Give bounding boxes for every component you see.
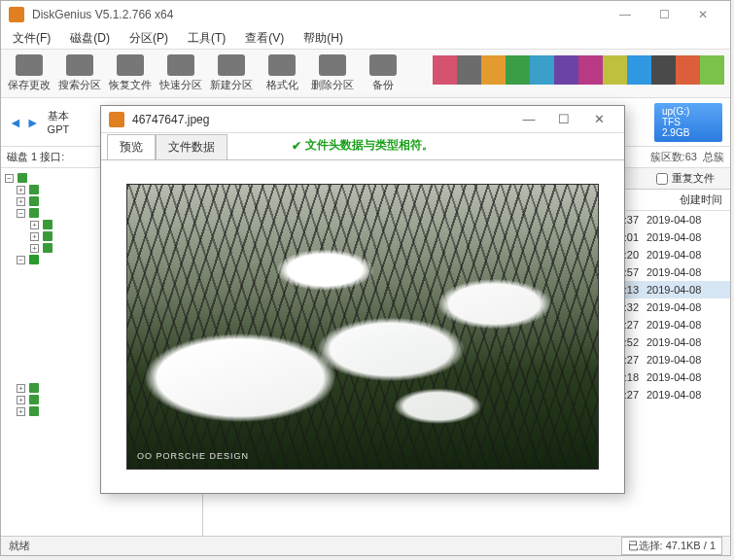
tool-recover[interactable]: 恢复文件 bbox=[108, 54, 153, 92]
tool-newpart[interactable]: 新建分区 bbox=[209, 54, 254, 92]
tab-preview[interactable]: 预览 bbox=[107, 134, 156, 159]
statusbar: 就绪 已选择: 47.1KB / 1 bbox=[1, 536, 730, 555]
preview-note: 文件头数据与类型相符。 bbox=[292, 137, 434, 154]
format-icon bbox=[268, 54, 296, 76]
preview-close-button[interactable]: ✕ bbox=[581, 112, 616, 126]
status-selected: 已选择: 47.1KB / 1 bbox=[621, 537, 722, 555]
partition-box[interactable]: up(G:) TFS 2.9GB bbox=[654, 103, 722, 142]
preview-image: OO PORSCHE DESIGN bbox=[126, 184, 599, 470]
obscured-overlay bbox=[433, 55, 724, 85]
quickpart-icon bbox=[167, 54, 194, 76]
menubar: 文件(F) 磁盘(D) 分区(P) 工具(T) 查看(V) 帮助(H) bbox=[1, 28, 730, 50]
menu-help[interactable]: 帮助(H) bbox=[297, 28, 349, 49]
menu-tools[interactable]: 工具(T) bbox=[182, 28, 231, 49]
preview-titlebar[interactable]: 46747647.jpeg — ☐ ✕ bbox=[101, 106, 624, 133]
dup-checkbox[interactable] bbox=[656, 173, 668, 185]
app-icon bbox=[9, 7, 24, 22]
maximize-button[interactable]: ☐ bbox=[645, 3, 683, 26]
preview-body: OO PORSCHE DESIGN bbox=[101, 160, 624, 493]
tab-filedata[interactable]: 文件数据 bbox=[156, 134, 227, 159]
tool-quickpart[interactable]: 快速分区 bbox=[158, 54, 203, 92]
disk-interface: 磁盘 1 接口: bbox=[1, 150, 70, 164]
toolbar: 保存更改 搜索分区 恢复文件 快速分区 新建分区 格式化 删除分区 备份 bbox=[1, 50, 730, 98]
tool-search[interactable]: 搜索分区 bbox=[57, 54, 102, 92]
col-time[interactable]: 创建时间 bbox=[643, 192, 730, 207]
delete-icon bbox=[319, 54, 346, 76]
preview-window[interactable]: 46747647.jpeg — ☐ ✕ 预览 文件数据 文件头数据与类型相符。 … bbox=[100, 105, 625, 494]
folder-icon bbox=[17, 173, 27, 183]
preview-minimize-button[interactable]: — bbox=[511, 112, 546, 126]
close-button[interactable]: ✕ bbox=[683, 3, 722, 26]
menu-partition[interactable]: 分区(P) bbox=[123, 28, 174, 49]
disk-label: 基本 GPT bbox=[48, 109, 70, 135]
tool-backup[interactable]: 备份 bbox=[361, 54, 405, 92]
col-dup[interactable]: 重复文件 bbox=[672, 171, 730, 186]
preview-tabs: 预览 文件数据 文件头数据与类型相符。 bbox=[101, 133, 624, 160]
status-ready: 就绪 bbox=[9, 539, 30, 553]
watermark-line1: OO PORSCHE DESIGN bbox=[137, 451, 249, 461]
preview-app-icon bbox=[109, 112, 124, 127]
save-icon bbox=[16, 54, 43, 76]
menu-disk[interactable]: 磁盘(D) bbox=[64, 28, 116, 49]
app-title: DiskGenius V5.1.2.766 x64 bbox=[32, 8, 606, 21]
minimize-button[interactable]: — bbox=[606, 3, 645, 26]
tool-delete[interactable]: 删除分区 bbox=[310, 54, 355, 92]
recover-icon bbox=[117, 54, 144, 76]
backup-icon bbox=[369, 54, 397, 76]
newpart-icon bbox=[218, 54, 245, 76]
tool-save[interactable]: 保存更改 bbox=[7, 54, 52, 92]
preview-title: 46747647.jpeg bbox=[132, 113, 511, 126]
disk-nav[interactable]: ◄ ► bbox=[9, 115, 40, 130]
tool-format[interactable]: 格式化 bbox=[260, 54, 304, 92]
menu-file[interactable]: 文件(F) bbox=[7, 28, 56, 49]
main-titlebar[interactable]: DiskGenius V5.1.2.766 x64 — ☐ ✕ bbox=[1, 1, 730, 28]
preview-maximize-button[interactable]: ☐ bbox=[546, 112, 581, 126]
menu-view[interactable]: 查看(V) bbox=[239, 28, 290, 49]
search-icon bbox=[66, 54, 93, 76]
